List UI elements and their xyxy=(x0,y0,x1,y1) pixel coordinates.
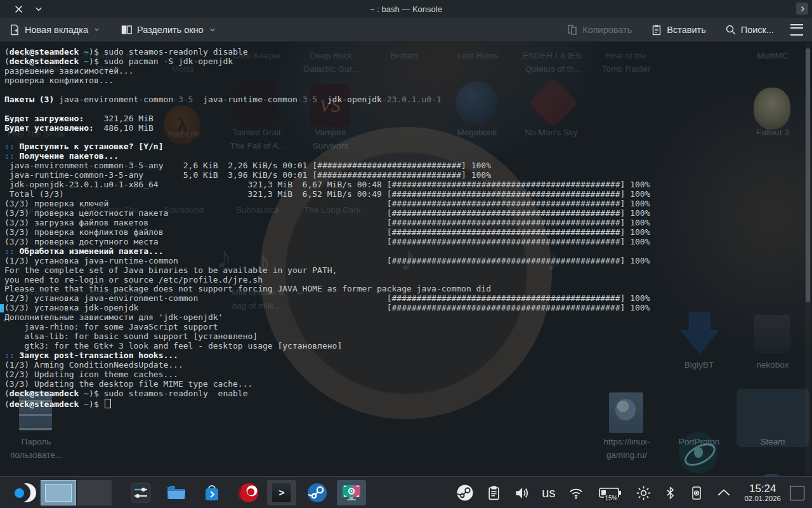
browser-icon xyxy=(238,482,259,504)
copy-icon xyxy=(566,24,578,36)
pager-desktop-2[interactable] xyxy=(77,480,112,505)
search-label: Поиск... xyxy=(741,25,774,35)
terminal-line: (deck@steamdeck ~)$ sudo steamos-readonl… xyxy=(4,48,650,57)
virtual-desktop-pager[interactable] xyxy=(41,480,112,505)
split-window-icon xyxy=(121,24,133,36)
copy-label: Копировать xyxy=(582,25,632,35)
terminal-line: java-environment-common-3-5-any 2,6 KiB … xyxy=(4,161,650,171)
terminal-line: разрешение зависимостей... xyxy=(4,67,650,76)
taskbar: > xyxy=(0,476,812,508)
paste-button[interactable]: Вставить xyxy=(651,24,705,36)
konsole-icon: > xyxy=(272,483,292,503)
folder-icon xyxy=(166,483,187,503)
terminal-line xyxy=(4,86,650,95)
terminal-line xyxy=(4,133,650,142)
new-tab-label: Новая вкладка xyxy=(25,25,88,35)
terminal-line: (3/3) Updating the desktop file MIME typ… xyxy=(4,380,650,389)
new-tab-button[interactable]: Новая вкладка xyxy=(9,24,100,36)
split-window-label: Разделить окно xyxy=(137,25,204,35)
steam-icon xyxy=(306,482,328,504)
app-launcher-button[interactable] xyxy=(14,481,37,504)
terminal-line: (3/3) проверка целостности пакета [#####… xyxy=(4,209,650,218)
menu-button[interactable] xyxy=(790,24,803,36)
wifi-icon xyxy=(566,485,586,501)
terminal-line: проверка конфликтов... xyxy=(4,76,650,86)
tray-brightness[interactable] xyxy=(635,485,652,502)
chevron-right-icon[interactable] xyxy=(796,3,808,15)
terminal-line: java-runtime-common-3-5-any 5,0 KiB 3,96… xyxy=(4,171,650,180)
terminal-line: (deck@steamdeck ~)$ xyxy=(4,399,650,408)
tray-clipboard[interactable] xyxy=(486,485,502,501)
tray-steam[interactable] xyxy=(455,483,475,502)
terminal-line: For the complete set of Java binaries to… xyxy=(4,266,650,276)
terminal-line: (1/3) Arming ConditionNeedsUpdate... xyxy=(4,361,650,370)
clock-time: 15:24 xyxy=(749,483,776,495)
terminal-line: (2/3) Updating icon theme caches... xyxy=(4,370,650,380)
screen-recorder-icon xyxy=(341,483,362,503)
terminal-line: :: Получение пакетов... xyxy=(4,152,650,161)
taskbar-steam[interactable] xyxy=(303,480,332,505)
titlebar: ~ : bash — Konsole xyxy=(0,0,812,18)
terminal-line: Дополнительные зависимости для 'jdk-open… xyxy=(4,313,650,323)
terminal-line: (3/3) установка jdk-openjdk [###########… xyxy=(4,304,650,313)
taskbar-konsole[interactable]: > xyxy=(267,480,296,505)
terminal-line: you need to re-login or source /etc/prof… xyxy=(4,276,650,285)
terminal-line: :: Запуск post-transaction hooks... xyxy=(4,351,650,361)
desktop-root: λVS♪♪♪♪Return toGaming Mode20 minutes ti… xyxy=(0,0,812,508)
steam-tray-icon xyxy=(455,483,475,502)
taskbar-dolphin[interactable] xyxy=(162,480,191,505)
pager-desktop-1[interactable] xyxy=(41,480,76,505)
paste-icon xyxy=(651,24,662,36)
chevron-down-icon xyxy=(94,27,100,32)
tray-bluetooth[interactable] xyxy=(664,485,678,501)
hamburger-icon xyxy=(790,24,803,36)
terminal-scrollbar[interactable] xyxy=(805,43,811,474)
split-window-button[interactable]: Разделить окно xyxy=(121,24,216,36)
bluetooth-icon xyxy=(664,485,678,501)
caret-up-icon xyxy=(716,485,732,501)
copy-button[interactable]: Копировать xyxy=(566,24,632,36)
chevron-down-icon xyxy=(209,27,216,33)
terminal-line: :: Обработка изменений пакета... xyxy=(4,247,650,257)
tray-battery[interactable]: 15% xyxy=(597,485,624,501)
terminal-line: (3/3) проверка ключей [#################… xyxy=(4,199,650,209)
terminal-line: (3/3) проверка доступного места [#######… xyxy=(4,237,650,247)
terminal-line: gtk3: for the Gtk+ 3 look and feel - des… xyxy=(4,342,650,351)
clock-date: 02.01.2026 xyxy=(744,495,781,502)
taskbar-discover[interactable] xyxy=(197,480,226,505)
phone-device-icon xyxy=(689,485,704,502)
volume-icon xyxy=(513,485,530,502)
keyboard-layout-label: us xyxy=(542,486,555,500)
battery-percent-label: 15% xyxy=(604,495,618,502)
terminal-line: jdk-openjdk-23.0.1.u0-1-x86_64 321,3 MiB… xyxy=(4,180,650,190)
terminal-line xyxy=(4,105,650,114)
taskbar-browser[interactable] xyxy=(234,480,263,505)
toolbar: Новая вкладка Разделить окно xyxy=(0,18,812,42)
tray-wifi[interactable] xyxy=(566,485,586,501)
taskbar-spectacle[interactable] xyxy=(337,480,366,505)
search-button[interactable]: Поиск... xyxy=(725,24,774,36)
terminal-line: :: Приступить к установке? [Y/n] xyxy=(4,142,650,152)
tray-volume[interactable] xyxy=(513,485,530,502)
terminal-line: Total (3/3) 321,3 MiB 6,52 MiB/s 00:49 [… xyxy=(4,190,650,199)
tray-kde-connect[interactable] xyxy=(689,485,704,502)
terminal-line: (1/3) установка java-runtime-common [###… xyxy=(4,257,650,266)
terminal-line: (deck@steamdeck ~)$ sudo pacman -S jdk-o… xyxy=(4,57,650,67)
terminal-line: (3/3) проверка конфликтов файлов [######… xyxy=(4,228,650,237)
brightness-icon xyxy=(635,485,652,502)
terminal-line: (deck@steamdeck ~)$ sudo steamos-readonl… xyxy=(4,389,650,399)
terminal-area[interactable]: (deck@steamdeck ~)$ sudo steamos-readonl… xyxy=(0,42,812,476)
taskbar-system-settings[interactable] xyxy=(126,480,155,505)
tray-clock[interactable]: 15:24 02.01.2026 xyxy=(744,483,781,502)
tray-expand-arrow[interactable] xyxy=(716,485,732,501)
terminal-output: (deck@steamdeck ~)$ sudo steamos-readonl… xyxy=(4,48,650,408)
scrollbar-thumb[interactable] xyxy=(806,48,810,302)
konsole-window: λVS♪♪♪♪Return toGaming Mode20 minutes ti… xyxy=(0,0,812,476)
paste-label: Вставить xyxy=(667,25,705,35)
search-icon xyxy=(725,24,737,36)
terminal-line: (3/3) загрузка файлов пакетов [#########… xyxy=(4,218,650,228)
terminal-cursor xyxy=(105,399,111,408)
show-desktop-button[interactable] xyxy=(790,486,804,500)
tray-keyboard-layout[interactable]: us xyxy=(542,486,555,500)
window-title: ~ : bash — Konsole xyxy=(0,0,812,18)
